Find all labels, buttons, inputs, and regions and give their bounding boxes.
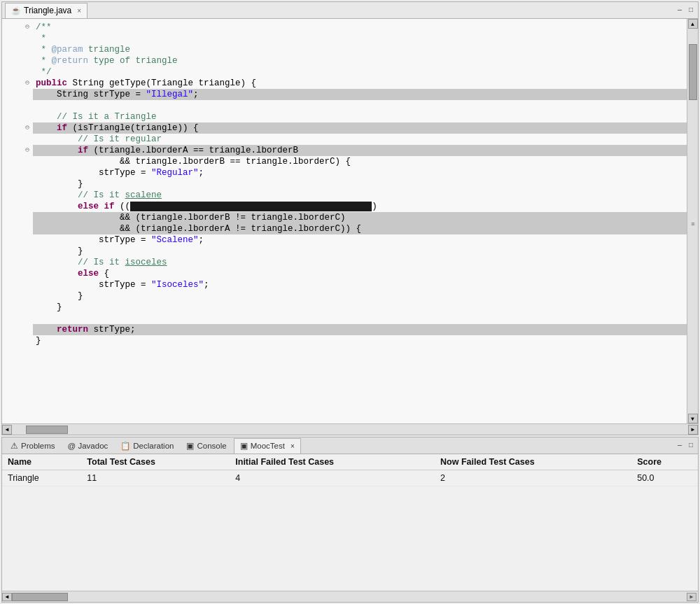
scroll-h-thumb[interactable] xyxy=(26,426,68,434)
code-scroll-area[interactable]: ⊖ /** * * @param triangle xyxy=(2,19,687,423)
bottom-tab-bar: ⚠ Problems @ Javadoc 📋 Declaration ▣ Con… xyxy=(2,437,698,454)
editor-tab-label: Triangle.java xyxy=(24,6,71,15)
results-table-wrapper: Name Total Test Cases Initial Failed Tes… xyxy=(2,454,698,591)
cell-total: 11 xyxy=(81,470,230,486)
code-line: * @param triangle xyxy=(2,44,687,55)
code-line: ⊖ if (isTriangle(triangle)) { xyxy=(2,122,687,134)
tab-javadoc-label: @ Javadoc xyxy=(68,442,108,450)
table-header-row: Name Total Test Cases Initial Failed Tes… xyxy=(2,454,698,470)
code-line: } xyxy=(2,246,687,257)
bottom-horizontal-scrollbar[interactable]: ◀ ▶ xyxy=(2,591,698,602)
bottom-scroll-thumb[interactable] xyxy=(12,593,68,601)
bottom-panel: ⚠ Problems @ Javadoc 📋 Declaration ▣ Con… xyxy=(1,437,699,603)
scroll-right-arrow[interactable]: ▶ xyxy=(688,425,698,435)
cell-initial-failed: 4 xyxy=(230,470,435,486)
cell-score: 50.0 xyxy=(631,470,698,486)
code-line: strType = "Scalene"; xyxy=(2,234,687,246)
cell-now-failed: 2 xyxy=(435,470,631,486)
col-header-score: Score xyxy=(631,454,698,470)
code-line: strType = "Regular"; xyxy=(2,167,687,178)
mooctest-tab-close[interactable]: × xyxy=(290,442,295,450)
code-line: && (triangle.lborderA != triangle.lborde… xyxy=(2,223,687,234)
bottom-maximize-btn[interactable]: □ xyxy=(687,442,695,449)
bottom-minimize-btn[interactable]: — xyxy=(676,442,684,449)
code-line: && triangle.lborderB == triangle.lborder… xyxy=(2,156,687,167)
code-line: // Is it scalene xyxy=(2,190,687,201)
code-line: */ xyxy=(2,66,687,78)
tab-declaration[interactable]: 📋 Declaration xyxy=(115,438,179,454)
java-file-icon: ☕ xyxy=(11,6,21,15)
code-line: ⊖ public String getType(Triangle triangl… xyxy=(2,78,687,89)
code-line: && (triangle.lborderB != triangle.lborde… xyxy=(2,212,687,223)
mooctest-icon: ▣ xyxy=(240,441,248,451)
cell-name: Triangle xyxy=(2,470,81,486)
console-icon: ▣ xyxy=(186,441,194,451)
code-line: } xyxy=(2,178,687,190)
code-line: strType = "Isoceles"; xyxy=(2,279,687,290)
vertical-scrollbar[interactable]: ▲ ≡ ▼ xyxy=(687,19,698,423)
bottom-scroll-left[interactable]: ◀ xyxy=(2,593,12,601)
scroll-down-arrow[interactable]: ▼ xyxy=(688,414,698,423)
declaration-icon: 📋 xyxy=(120,441,130,451)
tab-console-label: Console xyxy=(197,442,226,450)
editor-maximize-btn[interactable]: □ xyxy=(687,6,695,14)
col-header-name: Name xyxy=(2,454,81,470)
bottom-win-controls: — □ xyxy=(676,442,695,449)
code-line: } xyxy=(2,302,687,313)
main-container: ☕ Triangle.java × — □ ⊖ /** xyxy=(0,0,700,604)
code-line: else if (( ) xyxy=(2,201,687,212)
code-line: * xyxy=(2,33,687,44)
tab-problems[interactable]: ⚠ Problems xyxy=(5,438,61,454)
scroll-up-arrow[interactable]: ▲ xyxy=(688,19,698,29)
code-line: // Is it regular xyxy=(2,134,687,145)
tab-declaration-label: Declaration xyxy=(133,442,174,450)
tab-mooctest[interactable]: ▣ MoocTest × xyxy=(234,438,301,454)
code-line: String strType = "Illegal"; xyxy=(2,89,687,100)
table-row: Triangle 11 4 2 50.0 xyxy=(2,470,698,486)
tab-mooctest-label: MoocTest xyxy=(251,442,285,450)
bottom-scroll-right[interactable]: ▶ xyxy=(687,593,696,601)
editor-minimize-btn[interactable]: — xyxy=(676,6,684,14)
code-line: } xyxy=(2,290,687,302)
code-area-wrapper: ⊖ /** * * @param triangle xyxy=(2,19,698,423)
editor-window-controls: — □ xyxy=(676,6,695,14)
tab-close-icon[interactable]: × xyxy=(77,7,81,15)
code-line xyxy=(2,313,687,324)
code-line: ⊖ /** xyxy=(2,22,687,33)
results-table: Name Total Test Cases Initial Failed Tes… xyxy=(2,454,698,486)
tab-problems-label: Problems xyxy=(21,442,55,450)
col-header-now-failed: Now Failed Test Cases xyxy=(435,454,631,470)
col-header-initial-failed: Initial Failed Test Cases xyxy=(230,454,435,470)
code-line xyxy=(2,100,687,111)
code-line: else { xyxy=(2,268,687,279)
code-line: return strType; xyxy=(2,324,687,335)
tab-javadoc[interactable]: @ Javadoc xyxy=(62,438,114,454)
scroll-thumb[interactable] xyxy=(689,44,697,100)
editor-tab-bar: ☕ Triangle.java × — □ xyxy=(2,2,698,19)
code-line: } xyxy=(2,335,687,346)
code-line: // Is it isoceles xyxy=(2,257,687,268)
col-header-total: Total Test Cases xyxy=(81,454,230,470)
scroll-left-arrow[interactable]: ◀ xyxy=(2,425,12,435)
code-line: * @return type of triangle xyxy=(2,55,687,66)
problems-icon: ⚠ xyxy=(10,441,18,451)
code-line: // Is it a Triangle xyxy=(2,111,687,122)
code-line: ⊖ if (triangle.lborderA == triangle.lbor… xyxy=(2,145,687,156)
editor-panel: ☕ Triangle.java × — □ ⊖ /** xyxy=(1,1,699,435)
editor-tab[interactable]: ☕ Triangle.java × xyxy=(5,3,88,18)
horizontal-scrollbar[interactable]: ◀ ▶ xyxy=(2,423,698,435)
tab-console[interactable]: ▣ Console xyxy=(181,438,232,454)
